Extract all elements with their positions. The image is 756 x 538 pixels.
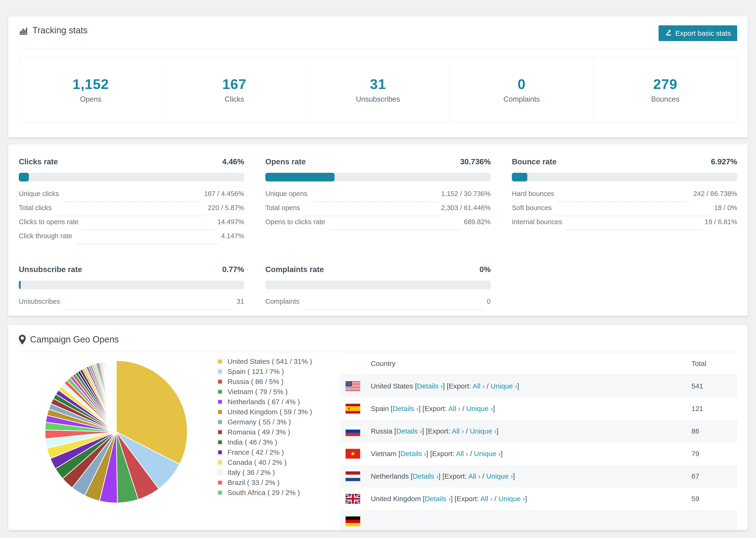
rate-row-label: Total clicks — [19, 204, 52, 212]
bracket: ] — [501, 450, 503, 457]
rate-title: Bounce rate — [512, 157, 557, 166]
legend-swatch — [217, 369, 223, 374]
country-name: Netherlands — [371, 472, 411, 480]
country-column-header: Country — [371, 360, 691, 368]
flag-vn-icon — [340, 449, 371, 459]
details-link[interactable]: Details › — [396, 427, 422, 435]
country-cell: Spain [Details ›] [Export: All › / Uniqu… — [371, 405, 691, 413]
rate-row-value: 4.147% — [221, 232, 244, 240]
table-row: Russia [Details ›] [Export: All › / Uniq… — [340, 420, 737, 443]
rate-progress-fill — [265, 173, 335, 182]
export-unique-link[interactable]: Unique › — [486, 472, 513, 480]
legend-label: France ( 42 / 2% ) — [228, 448, 284, 456]
export-basic-stats-button[interactable]: Export basic stats — [659, 26, 737, 41]
rate-value: 0% — [479, 265, 491, 274]
details-link[interactable]: Details › — [425, 495, 451, 503]
export-all-link[interactable]: All › — [452, 427, 464, 435]
rate-row-value: 0 — [487, 297, 491, 305]
rate-row-value: 19 / 6.81% — [705, 218, 737, 226]
flag-ru-icon — [340, 426, 371, 436]
bracket: [ — [394, 427, 396, 435]
rate-detail-row: Unsubscribes31 — [19, 297, 244, 312]
country-name: Russia — [371, 427, 394, 435]
slash: / — [464, 427, 470, 435]
rate-row-value: 689.82% — [464, 218, 491, 226]
rate-row-value: 18 / 0% — [714, 204, 737, 212]
flag-es-icon — [340, 404, 371, 414]
bracket: ] — [439, 472, 443, 480]
export-unique-link[interactable]: Unique › — [490, 382, 517, 390]
country-cell: Vietnam [Details ›] [Export: All › / Uni… — [371, 450, 691, 458]
export-all-link[interactable]: All › — [468, 472, 480, 480]
legend-label: Romania ( 49 / 3% ) — [228, 428, 290, 436]
dotted-leader — [82, 230, 214, 230]
dotted-leader — [311, 202, 438, 202]
bracket: ] — [493, 405, 495, 412]
export-all-link[interactable]: All › — [473, 382, 485, 390]
details-link[interactable]: Details › — [417, 382, 443, 390]
export-unique-link[interactable]: Unique › — [499, 495, 525, 503]
rates-grid: Clicks rate4.46%Unique clicks167 / 4.456… — [19, 157, 737, 312]
stat-tile-bounces: 279Bounces — [594, 57, 737, 122]
geo-country-table: Country Total United States [Details ›] … — [340, 352, 737, 530]
stat-tile-unsubscribes: 31Unsubscribes — [306, 57, 450, 122]
legend-swatch — [217, 480, 223, 485]
legend-swatch — [217, 419, 223, 425]
flag-us-icon — [340, 381, 371, 391]
table-row: Netherlands [Details ›] [Export: All › /… — [340, 465, 737, 488]
legend-label: Vietnam ( 79 / 5% ) — [228, 388, 288, 396]
legend-label: Italy ( 36 / 2% ) — [228, 468, 275, 476]
export-all-link[interactable]: All › — [480, 495, 493, 503]
stat-tile-clicks: 167Clicks — [163, 57, 306, 122]
export-unique-link[interactable]: Unique › — [470, 427, 496, 435]
slash: / — [485, 382, 490, 390]
legend-swatch — [217, 389, 223, 395]
tracking-stats-card: Tracking stats Export basic stats 1,152O… — [8, 17, 748, 137]
legend-swatch — [217, 429, 223, 435]
dotted-leader — [555, 216, 711, 216]
legend-item: Germany ( 55 / 3% ) — [217, 417, 312, 427]
stat-value: 1,152 — [73, 76, 109, 92]
export-unique-link[interactable]: Unique › — [466, 405, 493, 412]
country-cell: Netherlands [Details ›] [Export: All › /… — [371, 472, 691, 480]
total-cell: 79 — [691, 450, 737, 458]
legend-label: United Kingdom ( 59 / 3% ) — [228, 408, 312, 416]
details-link[interactable]: Details › — [413, 472, 439, 480]
rate-detail-row: Unique clicks167 / 4.456% — [19, 190, 244, 204]
table-row: United Kingdom [Details ›] [Export: All … — [340, 488, 737, 510]
rate-progress-bar — [19, 281, 244, 289]
rate-title: Complaints rate — [265, 265, 324, 274]
country-cell: United States [Details ›] [Export: All ›… — [371, 382, 691, 390]
export-unique-link[interactable]: Unique › — [474, 450, 501, 457]
details-link[interactable]: Details › — [393, 405, 419, 412]
rate-row-value: 2,303 / 61.446% — [441, 204, 491, 212]
export-prefix: [Export: — [442, 472, 468, 480]
bar-chart-icon — [19, 26, 28, 35]
export-all-link[interactable]: All › — [456, 450, 468, 457]
bracket: ] — [443, 382, 447, 390]
rate-value: 4.46% — [222, 157, 244, 166]
rate-value: 0.77% — [222, 265, 244, 274]
legend-item: United States ( 541 / 31% ) — [217, 356, 312, 366]
bracket: [ — [415, 382, 417, 390]
legend-swatch — [217, 459, 223, 465]
stat-label: Opens — [80, 95, 101, 103]
map-pin-icon — [19, 335, 26, 345]
export-all-link[interactable]: All › — [448, 405, 460, 412]
slash: / — [468, 450, 474, 457]
stat-value: 0 — [518, 76, 526, 92]
dotted-leader — [566, 230, 701, 230]
details-link[interactable]: Details › — [400, 450, 426, 457]
table-header-row: Country Total — [340, 352, 737, 375]
bracket: ] — [513, 472, 515, 480]
legend-item: Vietnam ( 79 / 5% ) — [217, 387, 312, 397]
dotted-leader — [558, 202, 690, 202]
geo-opens-pie-chart — [42, 355, 190, 509]
legend-item: Italy ( 36 / 2% ) — [217, 467, 312, 477]
bracket: ] — [451, 495, 455, 503]
total-column-header: Total — [691, 360, 737, 368]
country-name: United States — [371, 382, 415, 390]
rate-progress-bar — [265, 281, 491, 289]
rate-row-value: 167 / 4.456% — [204, 190, 244, 198]
country-name: Vietnam — [371, 450, 399, 457]
